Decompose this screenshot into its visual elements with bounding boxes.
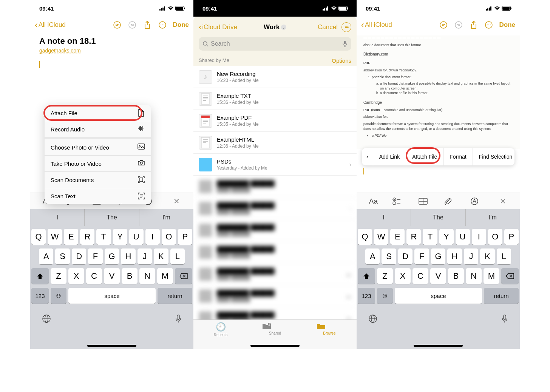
- key-space[interactable]: space: [68, 288, 156, 304]
- undo-icon[interactable]: [111, 19, 123, 31]
- key-C[interactable]: C: [86, 268, 102, 284]
- share-icon[interactable]: [141, 19, 153, 31]
- key-N[interactable]: N: [139, 268, 155, 284]
- done-button[interactable]: Done: [173, 21, 189, 29]
- key-T[interactable]: T: [423, 229, 437, 245]
- key-shift[interactable]: [358, 268, 375, 284]
- key-K[interactable]: K: [480, 248, 494, 264]
- key-Z[interactable]: Z: [377, 268, 393, 284]
- dictate-icon[interactable]: [175, 314, 182, 323]
- key-P[interactable]: P: [178, 229, 192, 245]
- key-J[interactable]: J: [464, 248, 478, 264]
- key-S[interactable]: S: [382, 248, 396, 264]
- note-content[interactable]: A note on 18.1 gadgethacks.com: [30, 33, 193, 73]
- note-hyperlink[interactable]: gadgethacks.com: [39, 48, 184, 54]
- file-row[interactable]: PSDsYesterday - Added by Me›: [193, 154, 357, 176]
- menu-item-choose-photo-or-video[interactable]: Choose Photo or Video: [45, 139, 151, 156]
- key-E[interactable]: E: [64, 229, 78, 245]
- key-I[interactable]: I: [472, 229, 486, 245]
- globe-icon[interactable]: [42, 314, 51, 323]
- menu-item-take-photo-or-video[interactable]: Take Photo or Video: [45, 156, 151, 172]
- key-D[interactable]: D: [398, 248, 412, 264]
- undo-icon[interactable]: [437, 19, 450, 31]
- tab-recents[interactable]: 🕘Recents: [207, 322, 234, 349]
- section-options[interactable]: Options: [332, 57, 351, 64]
- cancel-button[interactable]: Cancel: [318, 23, 338, 31]
- key-W[interactable]: W: [374, 229, 388, 245]
- key-A[interactable]: A: [39, 248, 53, 264]
- suggestion[interactable]: I: [30, 209, 85, 226]
- key-X[interactable]: X: [395, 268, 411, 284]
- done-button[interactable]: Done: [499, 21, 516, 29]
- key-H[interactable]: H: [447, 248, 462, 264]
- key-F[interactable]: F: [414, 248, 429, 264]
- key-C[interactable]: C: [412, 268, 428, 284]
- key-G[interactable]: G: [431, 248, 445, 264]
- key-delete[interactable]: [501, 268, 519, 284]
- more-icon[interactable]: [156, 19, 168, 31]
- key-B[interactable]: B: [122, 268, 138, 284]
- key-123[interactable]: 123: [31, 288, 49, 304]
- key-U[interactable]: U: [129, 229, 144, 245]
- key-I[interactable]: I: [145, 229, 160, 245]
- context-attach-file[interactable]: Attach File: [406, 148, 443, 165]
- key-M[interactable]: M: [484, 268, 499, 284]
- key-X[interactable]: X: [68, 268, 84, 284]
- context-format[interactable]: Format: [443, 148, 473, 165]
- context-prev[interactable]: ‹: [362, 148, 373, 165]
- key-M[interactable]: M: [157, 268, 173, 284]
- suggestion[interactable]: I: [357, 209, 411, 226]
- close-toolbar-icon[interactable]: ✕: [170, 197, 184, 206]
- key-emoji[interactable]: ☺: [377, 288, 393, 304]
- key-F[interactable]: F: [88, 248, 102, 264]
- key-E[interactable]: E: [390, 229, 405, 245]
- key-H[interactable]: H: [121, 248, 135, 264]
- context-add-link[interactable]: Add Link: [373, 148, 406, 165]
- markup-icon[interactable]: [470, 197, 484, 205]
- key-K[interactable]: K: [154, 248, 168, 264]
- key-B[interactable]: B: [448, 268, 464, 284]
- key-J[interactable]: J: [138, 248, 152, 264]
- key-Y[interactable]: Y: [113, 229, 127, 245]
- key-L[interactable]: L: [497, 248, 511, 264]
- files-title[interactable]: Work⌄: [264, 23, 286, 31]
- files-back-button[interactable]: ‹iCloud Drive: [199, 22, 237, 32]
- key-Z[interactable]: Z: [51, 268, 66, 284]
- key-L[interactable]: L: [170, 248, 185, 264]
- key-D[interactable]: D: [72, 248, 86, 264]
- back-button[interactable]: ‹All iCloud: [35, 20, 66, 30]
- suggestion[interactable]: The: [85, 209, 139, 226]
- key-emoji[interactable]: ☺: [51, 288, 66, 304]
- more-icon[interactable]: [483, 19, 495, 31]
- note-content-area[interactable]: — — — — — — — — — — — — — — — — — — also…: [357, 35, 520, 149]
- key-123[interactable]: 123: [358, 288, 375, 304]
- search-input[interactable]: Search: [199, 37, 351, 51]
- key-R[interactable]: R: [406, 229, 421, 245]
- share-icon[interactable]: [468, 19, 480, 31]
- suggestion[interactable]: I'm: [139, 209, 193, 226]
- tab-browse[interactable]: Browse: [316, 322, 343, 349]
- key-return[interactable]: return: [158, 288, 192, 304]
- key-Q[interactable]: Q: [358, 229, 372, 245]
- globe-icon[interactable]: [368, 314, 377, 323]
- text-style-icon[interactable]: Aa: [366, 197, 380, 205]
- file-row[interactable]: Example PDF15:35 - Added by Me: [193, 110, 357, 132]
- key-O[interactable]: O: [488, 229, 502, 245]
- key-Q[interactable]: Q: [31, 229, 46, 245]
- file-row[interactable]: ExampleHTML12:36 - Added by Me: [193, 132, 357, 154]
- key-space[interactable]: space: [395, 288, 482, 304]
- key-shift[interactable]: [31, 268, 49, 284]
- key-V[interactable]: V: [430, 268, 446, 284]
- key-G[interactable]: G: [105, 248, 119, 264]
- table-icon[interactable]: [419, 198, 432, 205]
- checklist-icon[interactable]: [392, 198, 406, 205]
- context-find-selection[interactable]: Find Selection: [473, 148, 519, 165]
- menu-item-scan-documents[interactable]: Scan Documents: [45, 172, 151, 188]
- files-more-icon[interactable]: •••: [341, 22, 351, 32]
- dictate-icon[interactable]: [501, 314, 508, 323]
- key-O[interactable]: O: [162, 229, 176, 245]
- file-row[interactable]: Example TXT15:36 - Added by Me: [193, 88, 357, 110]
- key-T[interactable]: T: [96, 229, 111, 245]
- key-return[interactable]: return: [484, 288, 519, 304]
- menu-item-attach-file[interactable]: Attach File: [45, 105, 151, 121]
